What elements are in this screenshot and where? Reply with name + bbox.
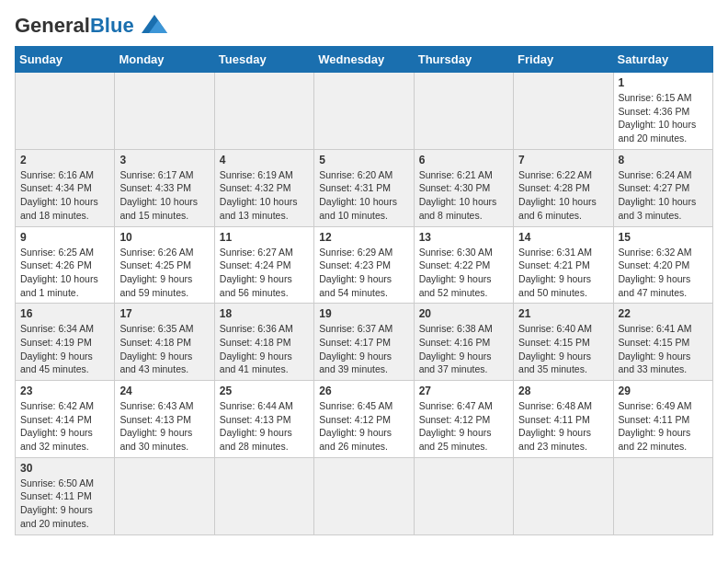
day-info: Sunrise: 6:41 AM Sunset: 4:15 PM Dayligh… (619, 322, 708, 376)
calendar-header: SundayMondayTuesdayWednesdayThursdayFrid… (16, 47, 713, 73)
weekday-header-monday: Monday (115, 47, 214, 73)
header: GeneralBlue (15, 15, 713, 37)
calendar-cell: 3Sunrise: 6:17 AM Sunset: 4:33 PM Daylig… (115, 149, 214, 226)
calendar-cell: 12Sunrise: 6:29 AM Sunset: 4:23 PM Dayli… (314, 226, 414, 304)
day-info: Sunrise: 6:16 AM Sunset: 4:34 PM Dayligh… (20, 168, 109, 223)
day-info: Sunrise: 6:40 AM Sunset: 4:15 PM Dayligh… (518, 322, 608, 376)
day-info: Sunrise: 6:43 AM Sunset: 4:13 PM Dayligh… (119, 399, 209, 454)
day-number: 10 (119, 231, 209, 244)
calendar-cell: 24Sunrise: 6:43 AM Sunset: 4:13 PM Dayli… (115, 381, 214, 458)
weekday-header-row: SundayMondayTuesdayWednesdayThursdayFrid… (16, 47, 713, 73)
day-number: 25 (220, 385, 309, 397)
calendar-cell: 9Sunrise: 6:25 AM Sunset: 4:26 PM Daylig… (16, 226, 115, 304)
calendar-table: SundayMondayTuesdayWednesdayThursdayFrid… (15, 46, 713, 535)
day-info: Sunrise: 6:25 AM Sunset: 4:26 PM Dayligh… (20, 246, 109, 300)
calendar-cell (115, 457, 214, 534)
calendar-cell (414, 457, 513, 534)
calendar-body: 1Sunrise: 6:15 AM Sunset: 4:36 PM Daylig… (16, 73, 713, 535)
calendar-week-3: 9Sunrise: 6:25 AM Sunset: 4:26 PM Daylig… (16, 226, 713, 304)
weekday-header-tuesday: Tuesday (214, 47, 313, 73)
calendar-cell (613, 457, 712, 534)
calendar-cell: 16Sunrise: 6:34 AM Sunset: 4:19 PM Dayli… (16, 304, 115, 381)
day-number: 6 (419, 154, 508, 167)
calendar-week-6: 30Sunrise: 6:50 AM Sunset: 4:11 PM Dayli… (16, 457, 713, 534)
day-number: 3 (119, 154, 209, 167)
day-number: 20 (419, 307, 508, 320)
calendar-cell: 11Sunrise: 6:27 AM Sunset: 4:24 PM Dayli… (214, 226, 313, 304)
calendar-cell (314, 457, 414, 534)
day-info: Sunrise: 6:21 AM Sunset: 4:30 PM Dayligh… (419, 168, 508, 223)
calendar-cell: 30Sunrise: 6:50 AM Sunset: 4:11 PM Dayli… (16, 457, 115, 534)
day-number: 5 (319, 154, 408, 167)
weekday-header-thursday: Thursday (414, 47, 513, 73)
day-number: 8 (619, 154, 708, 167)
day-info: Sunrise: 6:29 AM Sunset: 4:23 PM Dayligh… (319, 246, 408, 300)
day-info: Sunrise: 6:48 AM Sunset: 4:11 PM Dayligh… (518, 399, 608, 454)
day-number: 4 (220, 154, 309, 167)
day-info: Sunrise: 6:38 AM Sunset: 4:16 PM Dayligh… (419, 322, 508, 376)
calendar-cell (514, 73, 613, 150)
day-info: Sunrise: 6:50 AM Sunset: 4:11 PM Dayligh… (20, 477, 109, 531)
day-info: Sunrise: 6:47 AM Sunset: 4:12 PM Dayligh… (419, 399, 508, 454)
weekday-header-sunday: Sunday (16, 47, 115, 73)
weekday-header-friday: Friday (514, 47, 613, 73)
day-number: 29 (619, 385, 708, 397)
day-number: 26 (319, 385, 408, 397)
day-number: 19 (319, 307, 408, 320)
calendar-cell: 8Sunrise: 6:24 AM Sunset: 4:27 PM Daylig… (613, 149, 712, 226)
day-number: 18 (220, 307, 309, 320)
calendar-cell: 23Sunrise: 6:42 AM Sunset: 4:14 PM Dayli… (16, 381, 115, 458)
logo-icon (138, 11, 171, 37)
calendar-cell (314, 73, 414, 150)
calendar-cell: 5Sunrise: 6:20 AM Sunset: 4:31 PM Daylig… (314, 149, 414, 226)
calendar-week-4: 16Sunrise: 6:34 AM Sunset: 4:19 PM Dayli… (16, 304, 713, 381)
calendar-cell: 29Sunrise: 6:49 AM Sunset: 4:11 PM Dayli… (613, 381, 712, 458)
day-number: 17 (119, 307, 209, 320)
day-info: Sunrise: 6:26 AM Sunset: 4:25 PM Dayligh… (119, 246, 209, 300)
calendar-cell: 17Sunrise: 6:35 AM Sunset: 4:18 PM Dayli… (115, 304, 214, 381)
calendar-week-5: 23Sunrise: 6:42 AM Sunset: 4:14 PM Dayli… (16, 381, 713, 458)
calendar-cell: 13Sunrise: 6:30 AM Sunset: 4:22 PM Dayli… (414, 226, 513, 304)
calendar-cell: 26Sunrise: 6:45 AM Sunset: 4:12 PM Dayli… (314, 381, 414, 458)
day-info: Sunrise: 6:22 AM Sunset: 4:28 PM Dayligh… (518, 168, 608, 223)
calendar-cell: 19Sunrise: 6:37 AM Sunset: 4:17 PM Dayli… (314, 304, 414, 381)
day-number: 1 (619, 76, 708, 89)
logo-text: GeneralBlue (15, 16, 134, 36)
day-number: 15 (619, 231, 708, 244)
calendar-cell: 4Sunrise: 6:19 AM Sunset: 4:32 PM Daylig… (214, 149, 313, 226)
day-number: 28 (518, 385, 608, 397)
day-info: Sunrise: 6:17 AM Sunset: 4:33 PM Dayligh… (119, 168, 209, 223)
day-info: Sunrise: 6:27 AM Sunset: 4:24 PM Dayligh… (220, 246, 309, 300)
day-info: Sunrise: 6:19 AM Sunset: 4:32 PM Dayligh… (220, 168, 309, 223)
day-info: Sunrise: 6:15 AM Sunset: 4:36 PM Dayligh… (619, 91, 708, 145)
day-info: Sunrise: 6:45 AM Sunset: 4:12 PM Dayligh… (319, 399, 408, 454)
day-number: 30 (20, 462, 109, 475)
day-number: 21 (518, 307, 608, 320)
day-info: Sunrise: 6:42 AM Sunset: 4:14 PM Dayligh… (20, 399, 109, 454)
calendar-cell (514, 457, 613, 534)
calendar-cell: 28Sunrise: 6:48 AM Sunset: 4:11 PM Dayli… (514, 381, 613, 458)
calendar-cell: 2Sunrise: 6:16 AM Sunset: 4:34 PM Daylig… (16, 149, 115, 226)
weekday-header-saturday: Saturday (613, 47, 712, 73)
calendar-cell: 14Sunrise: 6:31 AM Sunset: 4:21 PM Dayli… (514, 226, 613, 304)
calendar-cell (214, 457, 313, 534)
day-number: 14 (518, 231, 608, 244)
day-number: 27 (419, 385, 508, 397)
day-info: Sunrise: 6:31 AM Sunset: 4:21 PM Dayligh… (518, 246, 608, 300)
day-info: Sunrise: 6:36 AM Sunset: 4:18 PM Dayligh… (220, 322, 309, 376)
calendar-week-1: 1Sunrise: 6:15 AM Sunset: 4:36 PM Daylig… (16, 73, 713, 150)
calendar-cell: 10Sunrise: 6:26 AM Sunset: 4:25 PM Dayli… (115, 226, 214, 304)
day-number: 24 (119, 385, 209, 397)
day-number: 22 (619, 307, 708, 320)
calendar-cell: 6Sunrise: 6:21 AM Sunset: 4:30 PM Daylig… (414, 149, 513, 226)
day-info: Sunrise: 6:30 AM Sunset: 4:22 PM Dayligh… (419, 246, 508, 300)
calendar-cell: 22Sunrise: 6:41 AM Sunset: 4:15 PM Dayli… (613, 304, 712, 381)
day-number: 11 (220, 231, 309, 244)
day-number: 9 (20, 231, 109, 244)
day-number: 23 (20, 385, 109, 397)
calendar-cell: 7Sunrise: 6:22 AM Sunset: 4:28 PM Daylig… (514, 149, 613, 226)
calendar-cell (214, 73, 313, 150)
calendar-cell: 21Sunrise: 6:40 AM Sunset: 4:15 PM Dayli… (514, 304, 613, 381)
calendar-cell (414, 73, 513, 150)
calendar-cell: 18Sunrise: 6:36 AM Sunset: 4:18 PM Dayli… (214, 304, 313, 381)
